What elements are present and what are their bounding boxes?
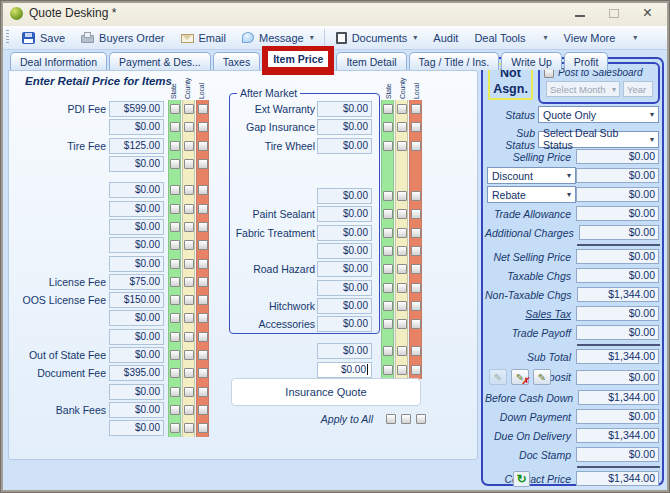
fee-amount-field[interactable]: $0.00 (109, 329, 164, 345)
fee-amount-field[interactable]: $0.00 (109, 201, 164, 217)
money-value-field[interactable]: $0.00 (576, 447, 659, 462)
local-tax-checkbox[interactable] (198, 185, 208, 195)
state-tax-checkbox[interactable] (383, 346, 393, 356)
local-tax-checkbox[interactable] (411, 319, 421, 329)
money-value-field[interactable]: $0.00 (576, 206, 659, 221)
fee-amount-field[interactable]: $0.00 (317, 138, 372, 154)
money-value-field[interactable]: $0.00 (576, 268, 659, 283)
toolbar-button[interactable]: Email ▾ (173, 29, 235, 47)
county-tax-checkbox[interactable] (184, 295, 194, 305)
chevron-down-icon[interactable]: ▾ (310, 33, 314, 42)
county-tax-checkbox[interactable] (397, 365, 407, 375)
fee-amount-field[interactable]: $0.00 (317, 225, 372, 241)
state-tax-checkbox[interactable] (170, 259, 180, 269)
county-tax-checkbox[interactable] (184, 387, 194, 397)
state-tax-checkbox[interactable] (383, 365, 393, 375)
fee-amount-field[interactable]: $0.00 (317, 119, 372, 135)
fee-amount-field[interactable]: $0.00 (317, 316, 372, 332)
money-value-field[interactable]: $1,344.00 (576, 428, 659, 443)
local-tax-checkbox[interactable] (198, 141, 208, 151)
deposit-edit-icon[interactable]: ✎ (533, 369, 551, 385)
fee-amount-field[interactable]: $0.00 (109, 256, 164, 272)
fee-amount-field[interactable]: $0.00 (317, 261, 372, 277)
local-tax-checkbox[interactable] (411, 264, 421, 274)
county-tax-checkbox[interactable] (397, 209, 407, 219)
minimize-button-icon[interactable] (575, 15, 585, 17)
local-tax-checkbox[interactable] (198, 387, 208, 397)
tab[interactable]: Taxes (213, 52, 260, 70)
tab[interactable]: Deal Information (10, 52, 107, 70)
state-tax-checkbox[interactable] (170, 277, 180, 287)
money-value-field[interactable]: $0.00 (576, 168, 659, 183)
money-value-field[interactable]: $1,344.00 (578, 390, 659, 405)
local-tax-checkbox[interactable] (411, 365, 421, 375)
tab[interactable]: Write Up (501, 52, 562, 70)
close-button-icon[interactable]: × (643, 6, 652, 20)
fee-amount-field[interactable]: $599.00 (109, 101, 164, 117)
money-value-field[interactable]: $0.00 (579, 225, 659, 240)
local-tax-checkbox[interactable] (411, 191, 421, 201)
fee-amount-field[interactable]: $0.00 (109, 420, 164, 436)
fee-amount-field[interactable]: $125.00 (109, 138, 164, 154)
county-tax-checkbox[interactable] (184, 122, 194, 132)
fee-amount-field[interactable]: $0.00 (109, 384, 164, 400)
apply-all-state-checkbox[interactable] (386, 414, 396, 424)
county-tax-checkbox[interactable] (184, 350, 194, 360)
county-tax-checkbox[interactable] (397, 141, 407, 151)
money-value-field[interactable]: $1,344.00 (576, 349, 659, 364)
local-tax-checkbox[interactable] (411, 246, 421, 256)
tab[interactable]: Item Price (262, 46, 334, 75)
local-tax-checkbox[interactable] (198, 259, 208, 269)
local-tax-checkbox[interactable] (411, 104, 421, 114)
fee-amount-field[interactable]: $0.00 (109, 310, 164, 326)
fee-amount-field[interactable]: $0.00 (317, 188, 372, 204)
tab[interactable]: Profit (564, 52, 609, 70)
money-value-field[interactable]: $0.00 (576, 149, 659, 164)
apply-all-local-checkbox[interactable] (416, 414, 426, 424)
state-tax-checkbox[interactable] (170, 122, 180, 132)
state-tax-checkbox[interactable] (170, 313, 180, 323)
county-tax-checkbox[interactable] (397, 264, 407, 274)
state-tax-checkbox[interactable] (170, 332, 180, 342)
local-tax-checkbox[interactable] (198, 350, 208, 360)
state-tax-checkbox[interactable] (170, 104, 180, 114)
county-tax-checkbox[interactable] (184, 368, 194, 378)
local-tax-checkbox[interactable] (411, 301, 421, 311)
local-tax-checkbox[interactable] (198, 104, 208, 114)
tab[interactable]: Tag / Title / Ins. (409, 52, 500, 70)
county-tax-checkbox[interactable] (397, 104, 407, 114)
local-tax-checkbox[interactable] (198, 332, 208, 342)
toolbar-button[interactable]: View More ▾ (556, 29, 646, 47)
money-value-field[interactable]: $0.00 (576, 187, 659, 202)
fee-amount-field[interactable]: $0.00 (109, 402, 164, 418)
toolbar-button[interactable]: Message ▾ (234, 29, 325, 47)
local-tax-checkbox[interactable] (411, 141, 421, 151)
local-tax-checkbox[interactable] (411, 283, 421, 293)
fee-amount-field[interactable]: $0.00 (109, 237, 164, 253)
money-value-field[interactable]: $1,344.00 (576, 471, 659, 486)
state-tax-checkbox[interactable] (170, 350, 180, 360)
fee-amount-field[interactable]: $0.00 (109, 347, 164, 363)
fee-amount-field[interactable]: $150.00 (109, 292, 164, 308)
sub-status-dropdown[interactable]: Select Deal Sub Status ▾ (538, 131, 659, 148)
state-tax-checkbox[interactable] (170, 387, 180, 397)
toolbar-button[interactable]: Save ▾ (14, 29, 73, 47)
local-tax-checkbox[interactable] (411, 228, 421, 238)
state-tax-checkbox[interactable] (383, 209, 393, 219)
county-tax-checkbox[interactable] (184, 240, 194, 250)
fee-amount-field[interactable]: $0.00 (317, 206, 372, 222)
fee-amount-field[interactable]: $0.00 (109, 182, 164, 198)
money-dropdown[interactable]: Rebate ▾ (487, 186, 576, 203)
status-dropdown[interactable]: Quote Only ▾ (538, 106, 659, 123)
chevron-down-icon[interactable]: ▾ (544, 33, 548, 42)
county-tax-checkbox[interactable] (184, 185, 194, 195)
fee-amount-field[interactable]: $75.00 (109, 274, 164, 290)
fee-amount-field[interactable]: $0.00 (317, 362, 372, 378)
money-value-field[interactable]: $0.00 (576, 249, 659, 264)
toolbar-button[interactable]: Documents ▾ (328, 29, 426, 47)
money-dropdown[interactable]: Discount ▾ (487, 167, 576, 184)
apply-all-county-checkbox[interactable] (401, 414, 411, 424)
local-tax-checkbox[interactable] (198, 277, 208, 287)
county-tax-checkbox[interactable] (184, 259, 194, 269)
county-tax-checkbox[interactable] (184, 222, 194, 232)
